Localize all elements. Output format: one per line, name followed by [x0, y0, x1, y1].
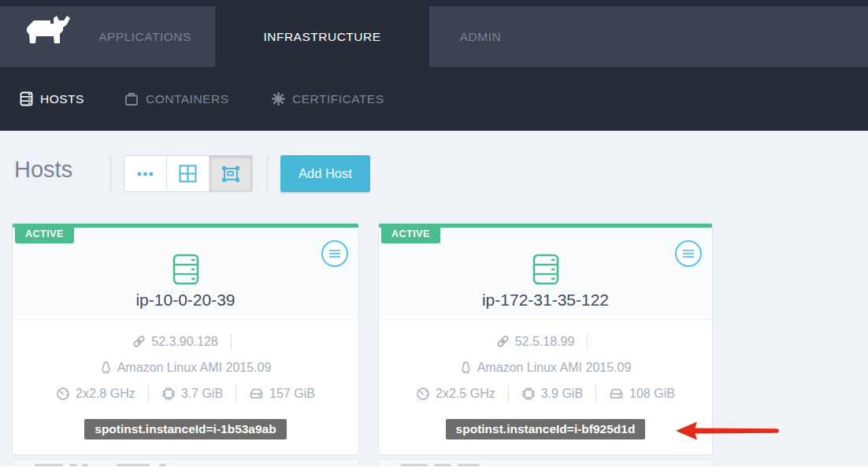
memory-chip-icon [521, 387, 536, 401]
detail-divider [595, 385, 596, 402]
card-body: 52.3.90.128 Amazon Linux AMI 2015.09 2x2… [13, 320, 358, 439]
menu-icon [328, 249, 341, 258]
host-label-chip: spotinst.instanceId=i-bf925d1d [446, 419, 646, 439]
host-os: Amazon Linux AMI 2015.09 [477, 361, 632, 375]
view-toggle-machine[interactable] [210, 156, 252, 191]
view-toggle-list[interactable] [124, 156, 167, 191]
cpu-gauge-icon [56, 387, 70, 401]
top-nav-tab-row: APPLICATIONS INFRASTRUCTURE ADMIN [0, 6, 868, 67]
detail-divider [231, 333, 232, 350]
host-ip: 52.5.18.99 [515, 335, 575, 349]
subnav-item-certificates[interactable]: CERTIFICATES [272, 67, 384, 131]
host-os-row: Amazon Linux AMI 2015.09 [100, 354, 272, 380]
infrastructure-subnav: HOSTS CONTAINERS CERTIFICATES [0, 67, 868, 131]
add-host-label: Add Host [299, 166, 352, 181]
card-body: 52.5.18.99 Amazon Linux AMI 2015.09 2x2.… [379, 320, 712, 439]
disk-icon [249, 387, 264, 400]
host-os-row: Amazon Linux AMI 2015.09 [460, 354, 632, 380]
red-arrow-annotation-icon [674, 418, 783, 443]
host-ip-row: 52.5.18.99 [496, 328, 595, 354]
top-nav: APPLICATIONS INFRASTRUCTURE ADMIN [0, 0, 868, 67]
host-menu-button[interactable] [321, 240, 348, 267]
tab-infrastructure-label: INFRASTRUCTURE [263, 30, 380, 44]
host-specs-row: 2x2.5 GHz 3.9 GiB [416, 380, 675, 406]
rancher-cow-icon [22, 14, 74, 50]
detail-divider [148, 385, 149, 402]
disk-icon [609, 387, 624, 400]
rancher-logo[interactable] [22, 14, 74, 50]
host-cpu: 2x2.5 GHz [436, 387, 495, 401]
cpu-gauge-icon [416, 387, 430, 401]
hosts-icon [20, 91, 33, 106]
host-ip-row: 52.3.90.128 [132, 328, 239, 354]
tab-admin-label: ADMIN [460, 30, 501, 44]
status-badge: ACTIVE [15, 224, 74, 243]
view-toggle-group [124, 155, 253, 192]
host-icon [172, 254, 199, 285]
host-cpu: 2x2.8 GHz [76, 387, 135, 401]
page-title: Hosts [14, 157, 72, 183]
memory-chip-icon [161, 387, 176, 401]
toolbar-divider [110, 156, 111, 193]
host-disk: 157 GiB [269, 387, 315, 401]
status-badge: ACTIVE [381, 224, 440, 243]
host-card: ACTIVE ip-172-31-35-122 [378, 223, 713, 455]
linux-icon [100, 361, 112, 374]
host-card: ACTIVE ip-10-0-20-39 [12, 223, 359, 455]
tab-admin[interactable]: ADMIN [429, 6, 532, 67]
certificates-icon [272, 92, 285, 106]
host-name[interactable]: ip-10-0-20-39 [135, 291, 235, 310]
machine-icon [221, 165, 241, 184]
tab-applications-label: APPLICATIONS [98, 30, 191, 44]
add-host-button[interactable]: Add Host [280, 155, 370, 192]
subnav-hosts-label: HOSTS [40, 92, 84, 106]
subnav-containers-label: CONTAINERS [146, 92, 228, 106]
host-os: Amazon Linux AMI 2015.09 [117, 361, 272, 375]
containers-icon [124, 92, 139, 106]
menu-icon [682, 249, 695, 258]
viewport-bottom-strip [0, 466, 868, 471]
rancher-hosts-page: APPLICATIONS INFRASTRUCTURE ADMIN [0, 0, 868, 471]
tab-infrastructure[interactable]: INFRASTRUCTURE [215, 6, 429, 67]
linux-icon [460, 361, 472, 374]
detail-divider [236, 385, 236, 402]
detail-divider [508, 385, 509, 402]
link-icon [496, 335, 510, 348]
host-specs-row: 2x2.8 GHz 3.7 GiB [56, 380, 315, 406]
host-memory: 3.9 GiB [541, 387, 583, 401]
host-icon [532, 254, 559, 285]
toolbar-divider [267, 156, 268, 193]
subnav-certificates-label: CERTIFICATES [292, 92, 384, 106]
host-menu-button[interactable] [675, 240, 702, 267]
grid-icon [179, 165, 197, 183]
subnav-item-hosts[interactable]: HOSTS [20, 67, 84, 131]
host-memory: 3.7 GiB [181, 387, 223, 401]
host-name[interactable]: ip-172-31-35-122 [482, 291, 609, 310]
host-ip: 52.3.90.128 [151, 335, 218, 349]
view-toggle-grid[interactable] [167, 156, 210, 191]
host-label-chip: spotinst.instanceId=i-1b53a9ab [84, 419, 286, 439]
dots-icon [137, 172, 154, 176]
tab-applications[interactable]: APPLICATIONS [75, 6, 215, 67]
host-disk: 108 GiB [629, 387, 675, 401]
link-icon [132, 335, 146, 348]
subnav-item-containers[interactable]: CONTAINERS [124, 67, 228, 131]
detail-divider [587, 333, 588, 350]
